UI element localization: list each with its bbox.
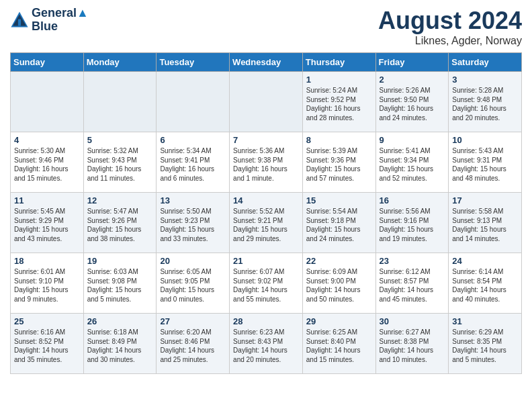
day-number: 11 [14, 195, 80, 205]
logo: General▲ Blue [10, 7, 89, 34]
day-number: 7 [233, 135, 299, 145]
day-info: Sunrise: 6:12 AM Sunset: 8:57 PM Dayligh… [380, 267, 445, 304]
calendar-table: SundayMondayTuesdayWednesdayThursdayFrid… [10, 52, 522, 374]
logo-text: General▲ Blue [32, 7, 89, 34]
calendar-cell: 9Sunrise: 5:41 AM Sunset: 9:34 PM Daylig… [375, 132, 449, 193]
day-info: Sunrise: 5:47 AM Sunset: 9:26 PM Dayligh… [87, 207, 153, 243]
day-info: Sunrise: 6:03 AM Sunset: 9:08 PM Dayligh… [87, 267, 153, 304]
day-number: 30 [380, 316, 445, 326]
day-info: Sunrise: 6:23 AM Sunset: 8:43 PM Dayligh… [233, 328, 299, 364]
day-number: 29 [306, 316, 372, 326]
calendar-cell: 14Sunrise: 5:52 AM Sunset: 9:21 PM Dayli… [230, 193, 303, 253]
day-info: Sunrise: 5:28 AM Sunset: 9:48 PM Dayligh… [452, 86, 518, 122]
header-day-wednesday: Wednesday [230, 53, 303, 72]
calendar-cell: 26Sunrise: 6:18 AM Sunset: 8:49 PM Dayli… [83, 314, 157, 374]
calendar-cell: 31Sunrise: 6:29 AM Sunset: 8:35 PM Dayli… [449, 314, 522, 374]
header-row: SundayMondayTuesdayWednesdayThursdayFrid… [11, 53, 522, 72]
day-number: 14 [233, 195, 299, 205]
header-day-saturday: Saturday [449, 53, 522, 72]
day-info: Sunrise: 5:43 AM Sunset: 9:31 PM Dayligh… [452, 146, 518, 183]
calendar-cell [157, 72, 230, 132]
day-number: 6 [160, 135, 226, 145]
calendar-cell: 29Sunrise: 6:25 AM Sunset: 8:40 PM Dayli… [302, 314, 375, 374]
calendar-cell: 27Sunrise: 6:20 AM Sunset: 8:46 PM Dayli… [157, 314, 230, 374]
calendar-cell: 28Sunrise: 6:23 AM Sunset: 8:43 PM Dayli… [230, 314, 303, 374]
calendar-cell: 24Sunrise: 6:14 AM Sunset: 8:54 PM Dayli… [449, 253, 522, 314]
week-row-4: 18Sunrise: 6:01 AM Sunset: 9:10 PM Dayli… [11, 253, 522, 314]
day-number: 28 [233, 316, 299, 326]
day-number: 23 [380, 256, 445, 266]
day-info: Sunrise: 6:09 AM Sunset: 9:00 PM Dayligh… [306, 267, 372, 304]
day-number: 8 [306, 135, 372, 145]
day-info: Sunrise: 5:26 AM Sunset: 9:50 PM Dayligh… [380, 86, 445, 122]
calendar-cell: 1Sunrise: 5:24 AM Sunset: 9:52 PM Daylig… [302, 72, 375, 132]
day-number: 1 [306, 75, 372, 85]
day-info: Sunrise: 6:14 AM Sunset: 8:54 PM Dayligh… [452, 267, 518, 304]
calendar-cell: 13Sunrise: 5:50 AM Sunset: 9:23 PM Dayli… [157, 193, 230, 253]
calendar-cell [230, 72, 303, 132]
day-info: Sunrise: 6:25 AM Sunset: 8:40 PM Dayligh… [306, 328, 372, 364]
day-number: 24 [452, 256, 518, 266]
calendar-cell: 22Sunrise: 6:09 AM Sunset: 9:00 PM Dayli… [302, 253, 375, 314]
header-day-friday: Friday [375, 53, 449, 72]
day-info: Sunrise: 5:36 AM Sunset: 9:38 PM Dayligh… [233, 146, 299, 183]
week-row-2: 4Sunrise: 5:30 AM Sunset: 9:46 PM Daylig… [11, 132, 522, 193]
day-info: Sunrise: 5:30 AM Sunset: 9:46 PM Dayligh… [14, 146, 80, 183]
day-info: Sunrise: 6:27 AM Sunset: 8:38 PM Dayligh… [380, 328, 445, 364]
calendar-cell: 23Sunrise: 6:12 AM Sunset: 8:57 PM Dayli… [375, 253, 449, 314]
day-number: 21 [233, 256, 299, 266]
day-info: Sunrise: 6:29 AM Sunset: 8:35 PM Dayligh… [452, 328, 518, 364]
week-row-5: 25Sunrise: 6:16 AM Sunset: 8:52 PM Dayli… [11, 314, 522, 374]
calendar-cell: 18Sunrise: 6:01 AM Sunset: 9:10 PM Dayli… [11, 253, 84, 314]
calendar-cell: 17Sunrise: 5:58 AM Sunset: 9:13 PM Dayli… [449, 193, 522, 253]
main-title: August 2024 [378, 7, 522, 35]
day-number: 3 [452, 75, 518, 85]
svg-rect-2 [18, 19, 21, 26]
day-info: Sunrise: 6:05 AM Sunset: 9:05 PM Dayligh… [160, 267, 226, 304]
calendar-cell: 8Sunrise: 5:39 AM Sunset: 9:36 PM Daylig… [302, 132, 375, 193]
calendar-cell: 3Sunrise: 5:28 AM Sunset: 9:48 PM Daylig… [449, 72, 522, 132]
day-info: Sunrise: 5:32 AM Sunset: 9:43 PM Dayligh… [87, 146, 153, 183]
day-info: Sunrise: 6:01 AM Sunset: 9:10 PM Dayligh… [14, 267, 80, 304]
day-info: Sunrise: 5:34 AM Sunset: 9:41 PM Dayligh… [160, 146, 226, 183]
calendar-cell: 6Sunrise: 5:34 AM Sunset: 9:41 PM Daylig… [157, 132, 230, 193]
day-info: Sunrise: 6:07 AM Sunset: 9:02 PM Dayligh… [233, 267, 299, 304]
day-number: 15 [306, 195, 372, 205]
day-number: 17 [452, 195, 518, 205]
day-number: 22 [306, 256, 372, 266]
calendar-cell: 25Sunrise: 6:16 AM Sunset: 8:52 PM Dayli… [11, 314, 84, 374]
calendar-cell: 11Sunrise: 5:45 AM Sunset: 9:29 PM Dayli… [11, 193, 84, 253]
logo-icon [10, 11, 29, 30]
calendar-cell: 16Sunrise: 5:56 AM Sunset: 9:16 PM Dayli… [375, 193, 449, 253]
day-info: Sunrise: 6:18 AM Sunset: 8:49 PM Dayligh… [87, 328, 153, 364]
calendar-cell: 12Sunrise: 5:47 AM Sunset: 9:26 PM Dayli… [83, 193, 157, 253]
day-number: 12 [87, 195, 153, 205]
subtitle: Liknes, Agder, Norway [378, 35, 522, 47]
day-number: 10 [452, 135, 518, 145]
day-number: 4 [14, 135, 80, 145]
day-info: Sunrise: 5:52 AM Sunset: 9:21 PM Dayligh… [233, 207, 299, 243]
day-info: Sunrise: 5:24 AM Sunset: 9:52 PM Dayligh… [306, 86, 372, 122]
day-number: 25 [14, 316, 80, 326]
page-header: General▲ Blue August 2024 Liknes, Agder,… [10, 7, 522, 47]
calendar-cell [11, 72, 84, 132]
calendar-cell: 10Sunrise: 5:43 AM Sunset: 9:31 PM Dayli… [449, 132, 522, 193]
day-info: Sunrise: 5:50 AM Sunset: 9:23 PM Dayligh… [160, 207, 226, 243]
day-number: 2 [380, 75, 445, 85]
day-info: Sunrise: 5:56 AM Sunset: 9:16 PM Dayligh… [380, 207, 445, 243]
day-number: 18 [14, 256, 80, 266]
header-day-sunday: Sunday [11, 53, 84, 72]
calendar-cell: 15Sunrise: 5:54 AM Sunset: 9:18 PM Dayli… [302, 193, 375, 253]
day-info: Sunrise: 5:54 AM Sunset: 9:18 PM Dayligh… [306, 207, 372, 243]
week-row-3: 11Sunrise: 5:45 AM Sunset: 9:29 PM Dayli… [11, 193, 522, 253]
day-info: Sunrise: 5:58 AM Sunset: 9:13 PM Dayligh… [452, 207, 518, 243]
header-day-tuesday: Tuesday [157, 53, 230, 72]
day-number: 19 [87, 256, 153, 266]
day-number: 9 [380, 135, 445, 145]
calendar-cell: 20Sunrise: 6:05 AM Sunset: 9:05 PM Dayli… [157, 253, 230, 314]
calendar-cell: 4Sunrise: 5:30 AM Sunset: 9:46 PM Daylig… [11, 132, 84, 193]
day-number: 16 [380, 195, 445, 205]
day-number: 27 [160, 316, 226, 326]
day-info: Sunrise: 6:20 AM Sunset: 8:46 PM Dayligh… [160, 328, 226, 364]
day-info: Sunrise: 5:41 AM Sunset: 9:34 PM Dayligh… [380, 146, 445, 183]
